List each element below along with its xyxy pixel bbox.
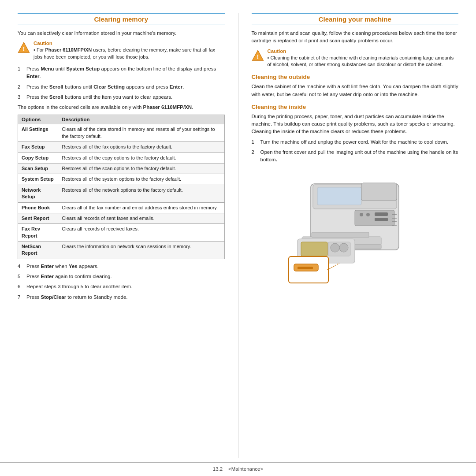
table-row: Fax Rcv ReportClears all records of rece… xyxy=(18,224,225,242)
svg-rect-7 xyxy=(361,183,397,201)
svg-rect-6 xyxy=(317,187,361,205)
table-cell-option: Copy Setup xyxy=(18,152,58,163)
table-row: NetScan ReportClears the information on … xyxy=(18,242,225,259)
cleaning-inside-intro: During the printing process, paper, tone… xyxy=(252,113,459,136)
table-cell-description: Restores all of the network options to t… xyxy=(58,185,224,202)
svg-point-18 xyxy=(331,243,339,252)
left-caution-title: Caution xyxy=(33,41,225,46)
right-caution-text: • Cleaning the cabinet of the machine wi… xyxy=(268,55,459,69)
table-row: Scan SetupRestores all of the scan optio… xyxy=(18,163,225,174)
left-caution-text: • For Phaser 6110MFP/XN users, before cl… xyxy=(33,47,225,61)
table-cell-option: Phone Book xyxy=(18,202,58,213)
table-cell-description: Restores all of the scan options to the … xyxy=(58,163,224,174)
left-column: Clearing memory You can selectively clea… xyxy=(18,13,225,458)
step-7: 7 Press Stop/Clear to return to Standby … xyxy=(18,294,225,301)
column-divider xyxy=(238,13,238,458)
step-5: 5 Press Enter again to confirm clearing. xyxy=(18,273,225,280)
table-cell-option: Fax Rcv Report xyxy=(18,224,58,242)
step-4: 4 Press Enter when Yes appears. xyxy=(18,263,225,270)
cleaning-outside-title: Cleaning the outside xyxy=(252,74,459,80)
table-cell-description: Restores all of the fax options to the f… xyxy=(58,142,224,152)
table-row: System SetupRestores all of the system o… xyxy=(18,174,225,185)
table-row: Copy SetupRestores all of the copy optio… xyxy=(18,152,225,163)
svg-line-24 xyxy=(327,263,339,270)
svg-rect-16 xyxy=(301,242,327,256)
table-cell-description: Restores all of the copy options to the … xyxy=(58,152,224,163)
printer-illustration xyxy=(284,171,425,285)
table-row: All SettingsClears all of the data store… xyxy=(18,124,225,142)
left-section-title: Clearing memory xyxy=(18,13,225,25)
left-intro: You can selectively clear information st… xyxy=(18,30,225,37)
step-3: 3 Press the Scroll buttons until the ite… xyxy=(18,93,225,101)
footer-section: <Maintenance> xyxy=(228,466,263,472)
footer-page: 13.2 xyxy=(213,466,223,472)
footer-bar: 13.2 <Maintenance> xyxy=(0,462,476,476)
step-2: 2 Press the Scroll buttons until Clear S… xyxy=(18,83,225,91)
left-caution-box: ! Caution • For Phaser 6110MFP/XN users,… xyxy=(18,41,225,61)
svg-rect-11 xyxy=(375,212,388,216)
step-6: 6 Repeat steps 3 through 5 to clear anot… xyxy=(18,283,225,290)
col-description: Description xyxy=(58,115,224,124)
printer-image-container xyxy=(252,171,459,285)
page-wrapper: Clearing memory You can selectively clea… xyxy=(0,0,476,476)
table-cell-description: Clears all of the fax number and email a… xyxy=(58,202,224,213)
col-options: Options xyxy=(18,115,58,124)
inside-steps-list: 1 Turn the machine off and unplug the po… xyxy=(252,138,459,164)
table-row: Phone BookClears all of the fax number a… xyxy=(18,202,225,213)
svg-rect-29 xyxy=(312,232,369,238)
table-row: Network SetupRestores all of the network… xyxy=(18,185,225,202)
table-cell-option: Sent Report xyxy=(18,213,58,223)
svg-text:!: ! xyxy=(257,52,259,60)
svg-rect-12 xyxy=(375,218,388,221)
right-caution-title: Caution xyxy=(268,48,459,54)
svg-rect-8 xyxy=(355,210,394,226)
right-section-title: Cleaning your machine xyxy=(252,13,459,25)
right-intro: To maintain print and scan quality, foll… xyxy=(252,30,459,45)
main-content: Clearing memory You can selectively clea… xyxy=(0,0,476,462)
table-cell-option: NetScan Report xyxy=(18,242,58,259)
left-caution-content: Caution • For Phaser 6110MFP/XN users, b… xyxy=(33,41,225,61)
inside-step-2: 2 Open the front cover and pull the imag… xyxy=(252,149,459,164)
table-cell-description: Clears the information on network scan s… xyxy=(58,242,224,259)
cleaning-outside-text: Clean the cabinet of the machine with a … xyxy=(252,83,459,98)
right-caution-box: ! Caution • Cleaning the cabinet of the … xyxy=(252,48,459,69)
step-1: 1 Press Menu until System Setup appears … xyxy=(18,65,225,81)
caution-icon-right: ! xyxy=(252,49,264,62)
svg-point-9 xyxy=(360,213,363,216)
options-note: The options in the coloured cells are av… xyxy=(18,104,225,111)
caution-icon-left: ! xyxy=(18,41,30,54)
table-row: Fax SetupRestores all of the fax options… xyxy=(18,142,225,152)
table-cell-option: System Setup xyxy=(18,174,58,185)
options-table: Options Description All SettingsClears a… xyxy=(18,115,225,259)
table-cell-option: Network Setup xyxy=(18,185,58,202)
svg-point-19 xyxy=(339,243,348,252)
table-row: Sent ReportClears all records of sent fa… xyxy=(18,213,225,223)
inside-step-1: 1 Turn the machine off and unplug the po… xyxy=(252,138,459,146)
right-column: Cleaning your machine To maintain print … xyxy=(252,13,459,458)
table-cell-description: Clears all of the data stored in memory … xyxy=(58,124,224,142)
right-caution-content: Caution • Cleaning the cabinet of the ma… xyxy=(268,48,459,69)
svg-text:!: ! xyxy=(22,45,25,52)
table-cell-option: All Settings xyxy=(18,124,58,142)
table-cell-description: Restores all of the system options to th… xyxy=(58,174,224,185)
table-cell-option: Scan Setup xyxy=(18,163,58,174)
left-steps2-list: 4 Press Enter when Yes appears. 5 Press … xyxy=(18,263,225,301)
cleaning-inside-title: Cleaning the inside xyxy=(252,104,459,110)
left-steps-list: 1 Press Menu until System Setup appears … xyxy=(18,65,225,101)
table-cell-description: Clears all records of received faxes. xyxy=(58,224,224,242)
svg-rect-23 xyxy=(298,267,313,269)
table-cell-description: Clears all records of sent faxes and ema… xyxy=(58,213,224,223)
svg-point-10 xyxy=(366,213,370,216)
table-cell-option: Fax Setup xyxy=(18,142,58,152)
